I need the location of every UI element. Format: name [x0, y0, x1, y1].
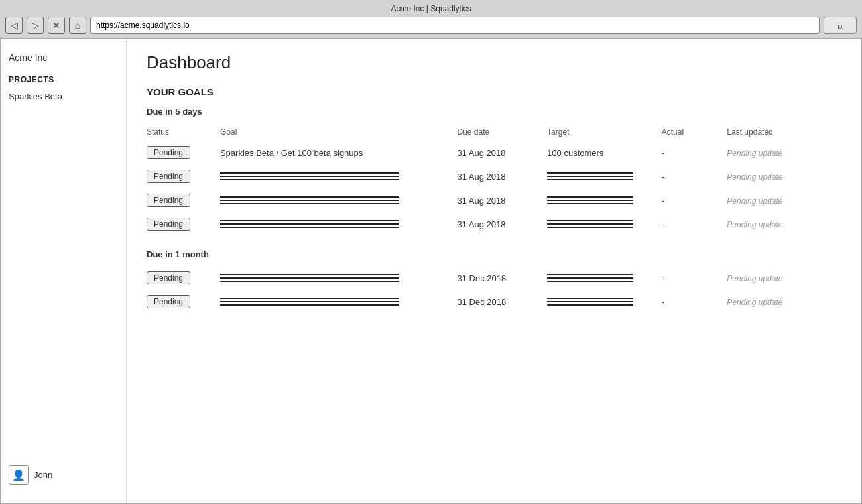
redacted-target	[547, 171, 633, 180]
user-icon: 👤	[12, 469, 25, 481]
target	[547, 212, 662, 236]
browser-title: Acme Inc | Squadlytics	[5, 4, 857, 13]
actual: -	[662, 164, 727, 188]
status-badge[interactable]: Pending	[147, 146, 190, 159]
search-button[interactable]: ⌕	[824, 17, 857, 34]
last-updated: Pending update	[727, 164, 841, 188]
status-badge[interactable]: Pending	[147, 170, 190, 183]
last-updated: Pending update	[727, 266, 841, 290]
goal-text[interactable]	[220, 164, 458, 188]
status-badge[interactable]: Pending	[147, 218, 190, 231]
th-actual: Actual	[662, 123, 727, 141]
goals-table-5-days: Status Goal Due date Target Actual Last …	[147, 123, 841, 236]
actual: -	[662, 188, 727, 212]
last-updated: Pending update	[727, 188, 841, 212]
browser-chrome: Acme Inc | Squadlytics ◁ ▷ ✕ ⌂ ⌕	[0, 0, 862, 38]
sidebar-top: Acme Inc PROJECTS Sparkles Beta	[9, 52, 118, 103]
redacted-goal	[220, 171, 399, 180]
last-updated: Pending update	[727, 141, 841, 164]
status-badge[interactable]: Pending	[147, 295, 190, 308]
avatar: 👤	[9, 465, 29, 485]
redacted-target	[547, 195, 633, 204]
goal-text[interactable]	[220, 266, 458, 290]
due-date: 31 Dec 2018	[458, 290, 548, 314]
due-date: 31 Aug 2018	[458, 141, 548, 164]
main-content: Dashboard YOUR GOALS Due in 5 days Statu…	[127, 39, 861, 503]
target	[547, 290, 662, 314]
goal-text[interactable]	[220, 212, 458, 236]
sidebar: Acme Inc PROJECTS Sparkles Beta 👤 John	[1, 39, 127, 503]
group-label-5-days: Due in 5 days	[147, 107, 841, 117]
target	[547, 164, 662, 188]
actual: -	[662, 141, 727, 164]
user-name: John	[34, 470, 52, 480]
projects-label: PROJECTS	[9, 75, 118, 84]
last-updated: Pending update	[727, 290, 841, 314]
due-date: 31 Aug 2018	[458, 164, 548, 188]
last-updated: Pending update	[727, 212, 841, 236]
table-row: Pending31 Aug 2018-Pending update	[147, 164, 841, 188]
table-row: Pending31 Dec 2018-Pending update	[147, 266, 841, 290]
table-row: Pending31 Aug 2018-Pending update	[147, 212, 841, 236]
table-row: Pending31 Dec 2018-Pending update	[147, 290, 841, 314]
close-button[interactable]: ✕	[48, 17, 65, 34]
group-due-5-days: Due in 5 days Status Goal Due date Targe…	[147, 107, 841, 236]
th-goal: Goal	[220, 123, 458, 141]
redacted-goal	[220, 273, 399, 282]
forward-button[interactable]: ▷	[27, 17, 44, 34]
sidebar-bottom: 👤 John	[9, 460, 118, 490]
search-icon: ⌕	[837, 21, 843, 31]
due-date: 31 Dec 2018	[458, 266, 548, 290]
goal-text[interactable]	[220, 290, 458, 314]
table-row: PendingSparkles Beta / Get 100 beta sign…	[147, 141, 841, 164]
actual: -	[662, 290, 727, 314]
target	[547, 188, 662, 212]
status-badge[interactable]: Pending	[147, 194, 190, 207]
group-label-1-month: Due in 1 month	[147, 249, 841, 259]
redacted-target	[547, 273, 633, 282]
th-due-date: Due date	[458, 123, 548, 141]
th-target: Target	[547, 123, 662, 141]
target	[547, 266, 662, 290]
redacted-target	[547, 219, 633, 228]
th-status: Status	[147, 123, 220, 141]
actual: -	[662, 266, 727, 290]
redacted-goal	[220, 195, 399, 204]
due-date: 31 Aug 2018	[458, 188, 548, 212]
address-bar[interactable]	[90, 17, 820, 34]
redacted-target	[547, 296, 633, 306]
group-due-1-month: Due in 1 month Pending31 Dec 2018-Pendin…	[147, 249, 841, 314]
actual: -	[662, 212, 727, 236]
th-last-updated: Last updated	[727, 123, 841, 141]
redacted-goal	[220, 296, 399, 306]
goal-text[interactable]	[220, 188, 458, 212]
target: 100 customers	[547, 141, 662, 164]
page-title: Dashboard	[147, 52, 841, 73]
goals-section-title: YOUR GOALS	[147, 86, 841, 97]
goals-table-1-month: Pending31 Dec 2018-Pending updatePending…	[147, 266, 841, 314]
redacted-goal	[220, 219, 399, 228]
due-date: 31 Aug 2018	[458, 212, 548, 236]
back-button[interactable]: ◁	[5, 17, 23, 34]
goal-text[interactable]: Sparkles Beta / Get 100 beta signups	[220, 141, 458, 164]
sidebar-item-sparkles-beta[interactable]: Sparkles Beta	[9, 90, 118, 103]
table-row: Pending31 Aug 2018-Pending update	[147, 188, 841, 212]
app-wrapper: Acme Inc PROJECTS Sparkles Beta 👤 John D…	[0, 38, 862, 504]
status-badge[interactable]: Pending	[147, 271, 190, 284]
home-button[interactable]: ⌂	[69, 17, 86, 34]
org-name: Acme Inc	[9, 52, 118, 63]
